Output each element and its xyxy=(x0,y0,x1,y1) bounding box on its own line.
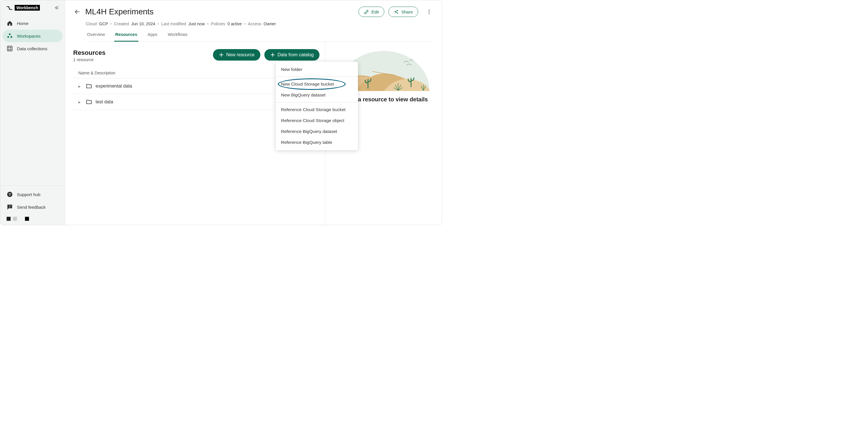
nav-label: Home xyxy=(17,21,28,26)
svg-rect-7 xyxy=(10,49,11,50)
sidebar-footer: ? Support hub Send feedback xyxy=(0,185,65,225)
back-button[interactable] xyxy=(73,8,81,16)
svg-rect-10 xyxy=(9,206,10,207)
dropdown-new-bigquery-dataset[interactable]: New BigQuery dataset xyxy=(276,90,358,100)
grid-icon xyxy=(7,46,13,52)
nav-send-feedback[interactable]: Send feedback xyxy=(3,201,63,213)
nav-support-hub[interactable]: ? Support hub xyxy=(3,188,63,201)
svg-text:?: ? xyxy=(9,193,11,197)
avatar-icon xyxy=(7,217,11,221)
folder-icon xyxy=(86,83,92,89)
workspaces-icon xyxy=(7,33,13,39)
nav-label: Data collections xyxy=(17,46,48,51)
column-header: Name & Description xyxy=(79,70,115,75)
more-menu-button[interactable] xyxy=(425,7,434,17)
new-resource-dropdown: New folder New Cloud Storage bucket New … xyxy=(276,62,358,150)
svg-point-16 xyxy=(429,11,429,12)
feedback-icon xyxy=(7,204,13,210)
svg-rect-11 xyxy=(9,207,10,208)
share-icon xyxy=(394,9,399,14)
svg-rect-5 xyxy=(10,47,11,48)
divider xyxy=(276,77,358,77)
data-from-catalog-button[interactable]: Data from catalog xyxy=(265,49,319,61)
page-title: ML4H Experiments xyxy=(85,7,354,17)
dropdown-ref-bigquery-dataset[interactable]: Reference BigQuery dataset xyxy=(276,126,358,137)
svg-point-1 xyxy=(7,36,9,38)
tab-overview[interactable]: Overview xyxy=(86,32,106,41)
edit-button[interactable]: Edit xyxy=(359,7,384,17)
sidebar-header: Workbench xyxy=(0,0,65,17)
nav-home[interactable]: Home xyxy=(3,17,63,30)
tabs: Overview Resources Apps Workflows xyxy=(86,32,434,41)
logo-icon xyxy=(6,5,13,10)
tab-workflows[interactable]: Workflows xyxy=(166,32,189,41)
dropdown-ref-cloud-storage-bucket[interactable]: Reference Cloud Storage bucket xyxy=(276,104,358,115)
svg-point-19 xyxy=(417,58,425,65)
svg-point-15 xyxy=(429,10,429,11)
main: ML4H Experiments Edit Share Cloud GCP • … xyxy=(65,0,442,225)
share-button[interactable]: Share xyxy=(389,7,418,17)
avatar-icon xyxy=(25,217,29,221)
topbar: ML4H Experiments Edit Share Cloud GCP • … xyxy=(65,0,442,41)
sidebar: Workbench Home Workspaces xyxy=(0,0,65,225)
dropdown-ref-bigquery-table[interactable]: Reference BigQuery table xyxy=(276,137,358,148)
pencil-icon xyxy=(364,9,369,14)
dropdown-new-folder[interactable]: New folder xyxy=(276,64,358,75)
section-title: Resources xyxy=(73,49,213,57)
svg-rect-6 xyxy=(8,49,9,50)
chevron-right-icon: ▸ xyxy=(79,84,82,89)
plus-icon xyxy=(219,52,224,57)
brand-name: Workbench xyxy=(14,5,40,11)
svg-rect-4 xyxy=(8,47,9,48)
nav-list: Home Workspaces Data collections xyxy=(0,17,65,55)
workspace-meta: Cloud GCP • Created Jun 10, 2024 • Last … xyxy=(86,22,434,26)
home-icon xyxy=(7,20,13,26)
new-resource-button[interactable]: New resource xyxy=(213,49,260,61)
svg-point-2 xyxy=(11,36,12,38)
folder-icon xyxy=(86,99,92,105)
nav-data-collections[interactable]: Data collections xyxy=(3,42,63,55)
chevron-right-icon: ▸ xyxy=(79,99,82,105)
dots-vertical-icon xyxy=(426,9,432,14)
svg-point-17 xyxy=(429,13,429,14)
avatar-icon xyxy=(13,217,17,221)
footer-label: Support hub xyxy=(17,192,40,197)
resources-panel: Resources 1 resource New resource Data f… xyxy=(65,41,325,225)
svg-rect-3 xyxy=(7,46,12,51)
brand-logo[interactable]: Workbench xyxy=(6,5,53,11)
plus-icon xyxy=(270,52,275,57)
tab-apps[interactable]: Apps xyxy=(146,32,158,41)
divider xyxy=(276,102,358,102)
dropdown-new-cloud-storage-bucket[interactable]: New Cloud Storage bucket xyxy=(276,79,358,90)
avatar-row[interactable] xyxy=(3,213,63,223)
resource-count: 1 resource xyxy=(73,57,213,62)
svg-point-0 xyxy=(9,34,11,35)
footer-label: Send feedback xyxy=(17,205,45,210)
dropdown-ref-cloud-storage-object[interactable]: Reference Cloud Storage object xyxy=(276,115,358,126)
collapse-sidebar-button[interactable] xyxy=(53,4,60,11)
nav-label: Workspaces xyxy=(17,34,40,38)
nav-workspaces[interactable]: Workspaces xyxy=(3,30,63,42)
help-icon: ? xyxy=(7,191,13,198)
tab-resources[interactable]: Resources xyxy=(114,32,138,41)
